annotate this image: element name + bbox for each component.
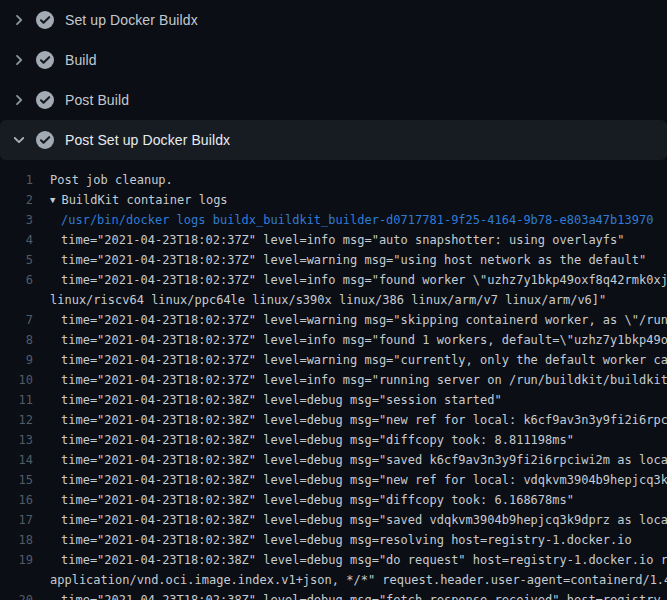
log-line-text: time="2021-04-23T18:02:38Z" level=debug … [33, 490, 667, 510]
chevron-right-icon [10, 12, 28, 28]
log-line-text: time="2021-04-23T18:02:37Z" level=info m… [33, 230, 667, 250]
log-line: 8 time="2021-04-23T18:02:37Z" level=info… [0, 330, 667, 350]
log-line: 14 time="2021-04-23T18:02:38Z" level=deb… [0, 450, 667, 470]
chevron-down-icon [10, 132, 28, 148]
log-line-text: application/vnd.oci.image.index.v1+json,… [33, 570, 667, 590]
log-line-text: time="2021-04-23T18:02:38Z" level=debug … [33, 470, 667, 490]
step-header-set-up-docker-buildx[interactable]: Set up Docker Buildx [0, 0, 667, 40]
log-line: 18 time="2021-04-23T18:02:38Z" level=deb… [0, 530, 667, 550]
log-line-text: time="2021-04-23T18:02:38Z" level=debug … [33, 450, 667, 470]
step-header-post-build[interactable]: Post Build [0, 80, 667, 120]
step-header-post-set-up-docker-buildx[interactable]: Post Set up Docker Buildx [0, 120, 667, 160]
log-line-number[interactable] [0, 290, 33, 310]
log-line-text: time="2021-04-23T18:02:38Z" level=debug … [33, 410, 667, 430]
log-line-number[interactable]: 18 [0, 530, 33, 550]
log-line-text: time="2021-04-23T18:02:37Z" level=warnin… [33, 250, 667, 270]
log-line-number[interactable]: 12 [0, 410, 33, 430]
log-line-number[interactable]: 5 [0, 250, 33, 270]
log-line-number[interactable]: 8 [0, 330, 33, 350]
chevron-right-icon [10, 92, 28, 108]
log-line-text: time="2021-04-23T18:02:37Z" level=warnin… [33, 310, 667, 330]
log-line: 2 ▼BuildKit container logs [0, 190, 667, 210]
log-line-number[interactable]: 15 [0, 470, 33, 490]
check-circle-icon [36, 91, 54, 109]
log-line-number[interactable]: 19 [0, 550, 33, 570]
log-line: 19 time="2021-04-23T18:02:38Z" level=deb… [0, 550, 667, 570]
log-line-number[interactable]: 9 [0, 350, 33, 370]
log-line-text: time="2021-04-23T18:02:38Z" level=debug … [33, 390, 667, 410]
check-circle-icon [36, 131, 54, 149]
log-line-number[interactable]: 7 [0, 310, 33, 330]
step-list: Set up Docker Buildx Build Post Build Po… [0, 0, 667, 160]
log-line: 12 time="2021-04-23T18:02:38Z" level=deb… [0, 410, 667, 430]
log-line-number[interactable]: 3 [0, 210, 33, 230]
log-line-number[interactable]: 16 [0, 490, 33, 510]
log-line: 20 time="2021-04-23T18:02:38Z" level=deb… [0, 590, 667, 600]
step-header-build[interactable]: Build [0, 40, 667, 80]
log-line-number[interactable]: 17 [0, 510, 33, 530]
log-line-number[interactable]: 13 [0, 430, 33, 450]
log-line: 3 /usr/bin/docker logs buildx_buildkit_b… [0, 210, 667, 230]
log-group-label: BuildKit container logs [61, 193, 227, 207]
step-label: Post Set up Docker Buildx [65, 132, 230, 148]
step-label: Post Build [65, 92, 129, 108]
log-line: 4 time="2021-04-23T18:02:37Z" level=info… [0, 230, 667, 250]
log-line: 17 time="2021-04-23T18:02:38Z" level=deb… [0, 510, 667, 530]
log-line-text: time="2021-04-23T18:02:38Z" level=debug … [33, 590, 667, 600]
check-circle-icon [36, 11, 54, 29]
log-console: 1 Post job cleanup. 2 ▼BuildKit containe… [0, 160, 667, 600]
log-line-number[interactable] [0, 570, 33, 590]
log-line: 1 Post job cleanup. [0, 170, 667, 190]
log-group-caret-icon[interactable]: ▼ [50, 190, 55, 210]
log-line-text: /usr/bin/docker logs buildx_buildkit_bui… [33, 210, 667, 230]
log-line: 11 time="2021-04-23T18:02:38Z" level=deb… [0, 390, 667, 410]
log-line: application/vnd.oci.image.index.v1+json,… [0, 570, 667, 590]
log-line-number[interactable]: 20 [0, 590, 33, 600]
actions-log-viewer: Set up Docker Buildx Build Post Build Po… [0, 0, 667, 600]
log-line-text: time="2021-04-23T18:02:38Z" level=debug … [33, 530, 667, 550]
log-line-text: time="2021-04-23T18:02:38Z" level=debug … [33, 550, 667, 570]
log-line-number[interactable]: 14 [0, 450, 33, 470]
log-line-text: time="2021-04-23T18:02:38Z" level=debug … [33, 430, 667, 450]
log-line: 5 time="2021-04-23T18:02:37Z" level=warn… [0, 250, 667, 270]
chevron-right-icon [10, 52, 28, 68]
log-line: 6 time="2021-04-23T18:02:37Z" level=info… [0, 270, 667, 290]
log-line-text: time="2021-04-23T18:02:37Z" level=info m… [33, 370, 667, 390]
log-line-number[interactable]: 4 [0, 230, 33, 250]
log-line-text: time="2021-04-23T18:02:37Z" level=warnin… [33, 350, 667, 370]
log-line: linux/riscv64 linux/ppc64le linux/s390x … [0, 290, 667, 310]
log-line-text: ▼BuildKit container logs [33, 190, 667, 210]
log-line-number[interactable]: 11 [0, 390, 33, 410]
log-line: 10 time="2021-04-23T18:02:37Z" level=inf… [0, 370, 667, 390]
log-line-text: Post job cleanup. [33, 170, 667, 190]
log-line-number[interactable]: 1 [0, 170, 33, 190]
log-line-text: time="2021-04-23T18:02:38Z" level=debug … [33, 510, 667, 530]
log-line-number[interactable]: 6 [0, 270, 33, 290]
log-line-number[interactable]: 2 [0, 190, 33, 210]
log-line-number[interactable]: 10 [0, 370, 33, 390]
log-line-text: linux/riscv64 linux/ppc64le linux/s390x … [33, 290, 667, 310]
step-label: Build [65, 52, 97, 68]
log-line: 7 time="2021-04-23T18:02:37Z" level=warn… [0, 310, 667, 330]
step-label: Set up Docker Buildx [65, 12, 198, 28]
log-line: 9 time="2021-04-23T18:02:37Z" level=warn… [0, 350, 667, 370]
log-line: 15 time="2021-04-23T18:02:38Z" level=deb… [0, 470, 667, 490]
log-line-text: time="2021-04-23T18:02:37Z" level=info m… [33, 270, 667, 290]
log-line: 16 time="2021-04-23T18:02:38Z" level=deb… [0, 490, 667, 510]
check-circle-icon [36, 51, 54, 69]
log-line: 13 time="2021-04-23T18:02:38Z" level=deb… [0, 430, 667, 450]
log-line-text: time="2021-04-23T18:02:37Z" level=info m… [33, 330, 667, 350]
